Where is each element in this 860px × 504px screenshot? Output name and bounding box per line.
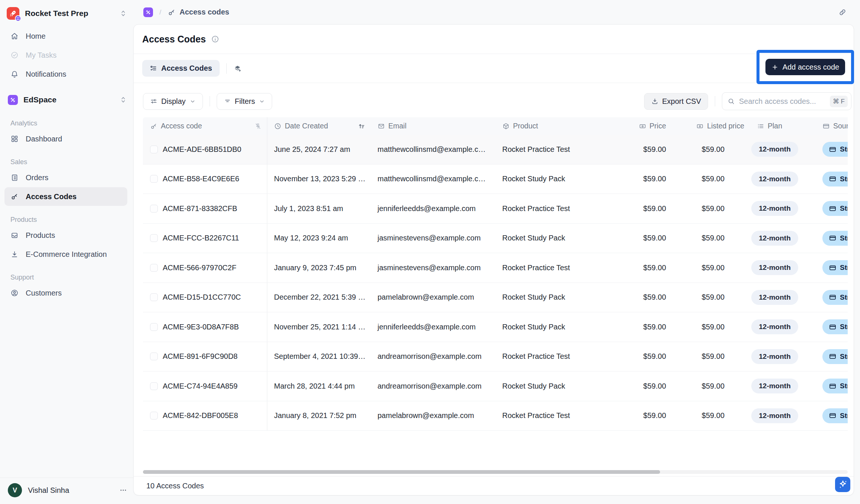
table-row[interactable]: ACME-ADE-6BB51DB0 June 25, 2024 7:27 am … [143,135,848,165]
breadcrumb-space-icon[interactable] [143,7,153,17]
download-icon [10,250,19,258]
dashboard-grid-icon [10,135,19,143]
mail-icon [378,122,385,130]
row-checkbox[interactable] [150,146,158,153]
source-label: Str [840,382,848,390]
sidebar-user-row[interactable]: V Vishal Sinha [0,478,133,504]
sidebar-item-label: E-Commerce Integration [26,250,107,259]
breadcrumb-bar: / Access codes [133,0,860,24]
product-cell: Rocket Practice Test [496,253,633,283]
sidebar-section-support: Support [10,274,133,281]
source-badge: Str [822,349,848,364]
table-row[interactable]: ACME-871-83382CFB July 1, 2023 8:51 am j… [143,194,848,224]
filters-button[interactable]: Filters [217,93,272,110]
sidebar-item-orders[interactable]: Orders [4,168,127,187]
sidebar-item-notifications[interactable]: Notifications [4,65,127,83]
source-cell: Str [805,165,848,194]
row-checkbox[interactable] [150,205,158,213]
column-header-plan[interactable]: Plan [745,117,805,135]
search-input[interactable] [739,97,830,106]
credit-card-icon [829,323,837,331]
chevrons-up-down-icon [119,9,127,17]
sidebar-item-my-tasks[interactable]: My Tasks [4,46,127,64]
table-row[interactable]: ACME-B58-E4C9E6E6 November 13, 2023 5:29… [143,165,848,194]
credit-card-icon [829,234,837,242]
table-row[interactable]: ACME-C74-94E4A859 March 28, 2021 4:44 pm… [143,371,848,401]
row-checkbox[interactable] [150,175,158,183]
key-icon [168,8,176,16]
sidebar-item-label: Notifications [26,70,66,79]
table-row[interactable]: ACME-891-6F9C90D8 September 4, 2021 10:3… [143,342,848,372]
listed-price-cell: $59.00 [671,342,745,371]
table-row[interactable]: ACME-566-97970C2F January 9, 2023 7:45 p… [143,253,848,283]
filter-icon [224,98,231,105]
row-checkbox[interactable] [150,382,158,390]
breadcrumb-page[interactable]: Access codes [179,8,229,16]
row-checkbox[interactable] [150,323,158,331]
row-checkbox[interactable] [150,293,158,301]
column-header-date-created[interactable]: Date Created [267,117,371,135]
copy-link-icon[interactable] [838,8,847,16]
column-header-listed-price[interactable]: Listed price [671,117,745,135]
search-box[interactable]: ⌘ F [722,92,851,110]
product-cell: Rocket Practice Test [496,194,633,223]
sidebar-item-label: Dashboard [26,135,62,143]
column-header-price[interactable]: Price [633,117,671,135]
horizontal-scrollbar-track[interactable] [143,470,848,474]
row-checkbox[interactable] [150,412,158,420]
chevrons-up-down-icon [119,96,127,104]
display-button[interactable]: Display [143,93,203,110]
row-checkbox[interactable] [150,234,158,242]
row-checkbox[interactable] [150,264,158,272]
table-row[interactable]: ACME-842-DBF005E8 January 8, 2021 7:52 p… [143,401,848,431]
access-code-cell: ACME-9E3-0D8A7F8B [143,312,267,342]
source-badge: Str [822,260,848,275]
column-header-access-code[interactable]: Access code [143,117,267,135]
add-view-layers-icon[interactable] [233,64,242,73]
email-cell: jenniferleedds@example.com [371,312,496,342]
add-access-code-button[interactable]: Add access code [765,59,845,75]
export-csv-label: Export CSV [662,97,701,106]
cube-icon [502,122,510,130]
column-label: Email [388,122,407,130]
workspace-badge-icon [15,15,21,22]
table-body: ACME-ADE-6BB51DB0 June 25, 2024 7:27 am … [143,135,848,431]
credit-card-icon [829,175,837,183]
table-row[interactable]: ACME-D15-D1CC770C December 22, 2021 5:39… [143,283,848,313]
ai-assistant-button[interactable] [835,477,850,492]
sidebar-item-access-codes[interactable]: Access Codes [4,187,127,206]
access-code-value: ACME-9E3-0D8A7F8B [163,323,239,331]
horizontal-scrollbar-thumb[interactable] [143,470,660,474]
source-label: Str [840,323,848,331]
column-header-email[interactable]: Email [371,117,496,135]
sidebar-item-products[interactable]: Products [4,226,127,245]
sidebar-item-customers[interactable]: Customers [4,284,127,302]
source-label: Str [840,353,848,361]
column-label: Date Created [285,122,328,130]
sidebar-item-ecommerce-integration[interactable]: E-Commerce Integration [4,245,127,264]
table-row[interactable]: ACME-9E3-0D8A7F8B November 25, 2021 1:14… [143,312,848,342]
sort-ascending-icon[interactable] [358,122,365,130]
column-header-product[interactable]: Product [496,117,633,135]
export-csv-button[interactable]: Export CSV [644,93,708,110]
price-cell: $59.00 [633,135,671,164]
tab-access-codes[interactable]: Access Codes [142,60,220,77]
product-cell: Rocket Study Pack [496,224,633,253]
search-icon [727,98,735,105]
row-checkbox[interactable] [150,353,158,360]
space-switcher[interactable]: EdSpace [4,90,127,109]
sidebar-item-home[interactable]: Home [4,27,127,45]
unpin-icon[interactable] [254,122,262,130]
access-code-cell: ACME-D15-D1CC770C [143,283,267,312]
workspace-switcher[interactable]: Rocket Test Prep [7,4,127,22]
date-created-cell: November 25, 2021 1:14 … [267,312,371,342]
table-footer: 10 Access Codes [134,476,854,495]
info-icon[interactable] [211,35,219,43]
more-options-icon[interactable] [119,486,127,494]
table-row[interactable]: ACME-FCC-B2267C11 May 12, 2023 9:24 am j… [143,224,848,253]
column-label: Plan [768,122,782,130]
access-code-value: ACME-C74-94E4A859 [163,382,238,390]
tab-label: Access Codes [161,64,212,73]
sidebar-item-dashboard[interactable]: Dashboard [4,130,127,148]
column-header-source[interactable]: Source [805,117,848,135]
